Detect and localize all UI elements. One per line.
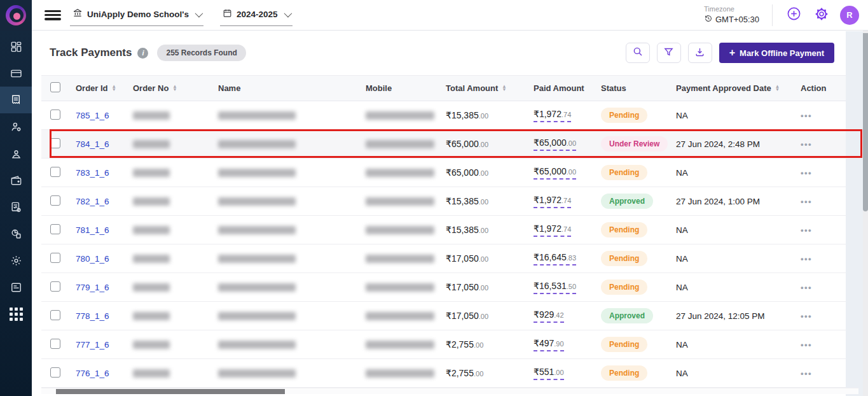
more-options-icon[interactable]: ••• <box>801 197 812 206</box>
sidebar-item-wallet[interactable] <box>0 167 32 194</box>
hamburger-menu-icon[interactable] <box>45 9 61 22</box>
row-checkbox[interactable] <box>50 110 60 120</box>
info-icon[interactable]: i <box>137 48 148 59</box>
select-all-checkbox[interactable] <box>50 82 60 92</box>
order-id-link[interactable]: 783_1_6 <box>76 168 109 178</box>
school-selector[interactable]: UniApply Demo School's <box>70 4 203 26</box>
order-id-link[interactable]: 785_1_6 <box>76 111 109 120</box>
horizontal-scrollbar[interactable] <box>41 388 858 394</box>
approved-date-cell: NA <box>671 359 796 388</box>
sidebar-item-payments[interactable] <box>0 60 32 87</box>
row-checkbox[interactable] <box>50 339 60 349</box>
download-icon <box>694 46 705 60</box>
order-id-link[interactable]: 777_1_6 <box>76 340 109 350</box>
divider <box>772 4 773 26</box>
paid-amount-cell[interactable]: ₹929.42 <box>528 302 596 330</box>
total-amount-cell: ₹17,050.00 <box>441 273 528 302</box>
more-options-icon[interactable]: ••• <box>801 283 812 292</box>
sidebar <box>0 0 32 396</box>
column-header-order-no[interactable]: Order No▲▼ <box>128 76 213 101</box>
sidebar-item-students[interactable] <box>0 140 32 167</box>
sidebar-item-user-management[interactable] <box>0 113 32 140</box>
row-checkbox[interactable] <box>50 281 60 292</box>
order-id-link[interactable]: 779_1_6 <box>76 283 109 292</box>
order-id-link[interactable]: 784_1_6 <box>76 139 109 149</box>
more-options-icon[interactable]: ••• <box>801 340 812 350</box>
table-header-row: Order Id▲▼ Order No▲▼ Name Mobile Total … <box>41 76 858 101</box>
sidebar-item-settings[interactable] <box>0 247 32 274</box>
approved-date-cell: 27 Jun 2024, 1:00 PM <box>671 187 796 216</box>
paid-amount-cell[interactable]: ₹65,000.00 <box>528 159 596 187</box>
more-options-icon[interactable]: ••• <box>801 139 812 149</box>
more-options-icon[interactable]: ••• <box>801 254 812 264</box>
paid-amount-cell[interactable]: ₹16,531.50 <box>528 273 596 302</box>
order-id-link[interactable]: 781_1_6 <box>76 225 109 235</box>
reports-icon <box>10 228 22 240</box>
search-button[interactable] <box>626 43 650 63</box>
table-row: 785_1_6 ₹15,385.00 ₹1,972.74 Pending NA … <box>41 101 858 130</box>
more-options-icon[interactable]: ••• <box>801 225 812 235</box>
more-options-icon[interactable]: ••• <box>801 369 812 378</box>
column-header-payment-approved-date[interactable]: Payment Approved Date▲▼ <box>671 76 796 101</box>
mark-offline-payment-button[interactable]: + Mark Offline Payment <box>719 43 834 63</box>
sidebar-item-apps[interactable] <box>0 301 32 327</box>
payment-card-icon <box>10 67 22 80</box>
more-options-icon[interactable]: ••• <box>801 311 812 321</box>
redacted-mobile <box>366 283 434 292</box>
paid-amount-cell[interactable]: ₹1,972.74 <box>528 216 596 244</box>
status-badge: Pending <box>601 108 647 123</box>
order-id-link[interactable]: 782_1_6 <box>76 197 109 206</box>
sort-icon[interactable]: ▲▼ <box>775 85 780 90</box>
vertical-scrollbar-thumb[interactable] <box>863 33 868 211</box>
payments-table: Order Id▲▼ Order No▲▼ Name Mobile Total … <box>41 75 858 388</box>
user-avatar[interactable]: R <box>840 6 859 25</box>
order-id-link[interactable]: 776_1_6 <box>76 369 109 378</box>
wallet-icon <box>10 174 22 187</box>
redacted-name <box>218 283 296 292</box>
receipts-icon <box>10 94 22 106</box>
settings-button[interactable] <box>812 6 831 25</box>
calendar-icon <box>223 8 232 20</box>
paid-amount-cell[interactable]: ₹1,972.74 <box>528 187 596 216</box>
redacted-order-no <box>133 169 170 177</box>
column-header-order-id[interactable]: Order Id▲▼ <box>71 76 128 101</box>
row-checkbox[interactable] <box>50 253 60 263</box>
redacted-order-no <box>133 312 170 320</box>
sidebar-item-fees[interactable] <box>0 194 32 220</box>
sidebar-item-dashboard[interactable] <box>0 33 32 60</box>
more-options-icon[interactable]: ••• <box>801 168 812 178</box>
row-checkbox[interactable] <box>50 138 60 148</box>
status-badge: Under Review <box>601 136 668 152</box>
session-selector[interactable]: 2024-2025 <box>220 4 293 26</box>
row-checkbox[interactable] <box>50 224 60 234</box>
order-id-link[interactable]: 778_1_6 <box>76 311 109 321</box>
paid-amount-cell[interactable]: ₹1,972.74 <box>528 101 596 130</box>
more-options-icon[interactable]: ••• <box>801 111 812 120</box>
sort-icon[interactable]: ▲▼ <box>112 85 116 90</box>
sort-icon[interactable]: ▲▼ <box>172 85 177 90</box>
horizontal-scrollbar-thumb[interactable] <box>56 389 285 394</box>
filter-button[interactable] <box>657 43 681 63</box>
sidebar-item-reports[interactable] <box>0 220 32 247</box>
row-checkbox[interactable] <box>50 195 60 206</box>
download-button[interactable] <box>688 43 712 63</box>
row-checkbox[interactable] <box>50 310 60 320</box>
table-row: 781_1_6 ₹15,385.00 ₹1,972.74 Pending NA … <box>41 216 858 244</box>
redacted-order-no <box>133 341 170 349</box>
paid-amount-cell[interactable]: ₹65,000.00 <box>528 130 596 159</box>
row-checkbox[interactable] <box>50 167 60 177</box>
column-header-total-amount[interactable]: Total Amount▲▼ <box>441 76 528 101</box>
sidebar-item-track-payments[interactable] <box>0 87 32 113</box>
vertical-scrollbar[interactable] <box>863 31 868 396</box>
header-actions: + Mark Offline Payment <box>626 43 834 63</box>
row-checkbox[interactable] <box>50 367 60 378</box>
paid-amount-cell[interactable]: ₹497.90 <box>528 330 596 359</box>
paid-amount-cell[interactable]: ₹16,645.83 <box>528 244 596 273</box>
paid-amount-cell[interactable]: ₹551.00 <box>528 359 596 388</box>
order-id-link[interactable]: 780_1_6 <box>76 254 109 264</box>
timezone-display: Timezone GMT+05:30 <box>704 5 759 25</box>
add-button[interactable] <box>784 6 803 25</box>
brand-logo[interactable] <box>0 0 32 31</box>
sort-icon[interactable]: ▲▼ <box>502 85 506 90</box>
sidebar-item-notes[interactable] <box>0 274 32 301</box>
